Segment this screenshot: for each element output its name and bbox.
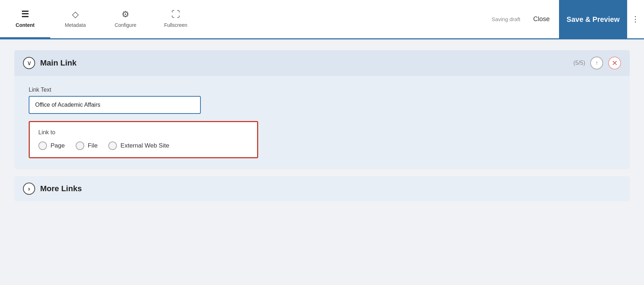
metadata-icon: ◇ bbox=[72, 9, 79, 19]
radio-page-label: Page bbox=[51, 142, 65, 149]
more-actions-button[interactable]: ⋮ bbox=[627, 12, 644, 27]
tab-fullscreen-label: Fullscreen bbox=[164, 22, 188, 28]
close-button[interactable]: Close bbox=[527, 13, 555, 26]
more-links-title: More Links bbox=[40, 184, 82, 193]
radio-group: Page File External Web Site bbox=[38, 141, 248, 150]
collapse-button[interactable]: ∨ bbox=[23, 57, 35, 69]
expand-more-links-button[interactable]: › bbox=[23, 183, 35, 195]
link-to-label: Link to bbox=[38, 129, 248, 136]
content-icon: ☰ bbox=[21, 9, 29, 19]
radio-file-circle bbox=[76, 141, 84, 150]
main-content: ∨ Main Link (5/5) ↑ ✕ Link Text bbox=[0, 39, 644, 212]
tab-configure-label: Configure bbox=[115, 22, 137, 28]
radio-external-option[interactable]: External Web Site bbox=[108, 141, 169, 150]
tab-configure[interactable]: ⚙ Configure bbox=[100, 0, 151, 38]
tab-metadata-label: Metadata bbox=[65, 22, 86, 28]
toolbar-actions: Saving draft Close bbox=[492, 0, 559, 38]
remove-icon: ✕ bbox=[612, 59, 618, 67]
saving-draft-status: Saving draft bbox=[492, 16, 520, 22]
save-preview-button[interactable]: Save & Preview bbox=[559, 0, 627, 39]
collapse-icon: ∨ bbox=[27, 59, 32, 67]
radio-external-circle bbox=[108, 141, 117, 150]
main-link-header: ∨ Main Link (5/5) ↑ ✕ bbox=[14, 50, 630, 76]
main-link-section: ∨ Main Link (5/5) ↑ ✕ Link Text bbox=[14, 50, 630, 169]
radio-page-circle bbox=[38, 141, 47, 150]
link-to-box: Link to Page File External Web Site bbox=[29, 121, 258, 158]
radio-external-label: External Web Site bbox=[120, 142, 169, 149]
tab-fullscreen[interactable]: ⛶ Fullscreen bbox=[151, 0, 201, 38]
radio-file-label: File bbox=[88, 142, 98, 149]
section-body: Link Text Link to Page File bbox=[14, 76, 630, 169]
tab-metadata[interactable]: ◇ Metadata bbox=[50, 0, 100, 38]
move-up-icon: ↑ bbox=[595, 60, 598, 66]
remove-button[interactable]: ✕ bbox=[608, 57, 621, 69]
section-count: (5/5) bbox=[573, 60, 585, 66]
configure-icon: ⚙ bbox=[122, 9, 129, 19]
radio-page-option[interactable]: Page bbox=[38, 141, 65, 150]
main-link-title: Main Link bbox=[40, 58, 76, 68]
toolbar-tabs: ☰ Content ◇ Metadata ⚙ Configure ⛶ Fulls… bbox=[0, 0, 201, 38]
link-text-field-group: Link Text bbox=[29, 87, 615, 114]
link-text-input[interactable] bbox=[29, 96, 201, 114]
fullscreen-icon: ⛶ bbox=[171, 9, 180, 19]
link-text-label: Link Text bbox=[29, 87, 615, 93]
toolbar: ☰ Content ◇ Metadata ⚙ Configure ⛶ Fulls… bbox=[0, 0, 644, 39]
section-header-right: (5/5) ↑ ✕ bbox=[573, 57, 621, 69]
section-header-left: ∨ Main Link bbox=[23, 57, 568, 69]
radio-file-option[interactable]: File bbox=[76, 141, 98, 150]
expand-icon: › bbox=[28, 185, 30, 193]
tab-content[interactable]: ☰ Content bbox=[0, 0, 50, 38]
move-up-button[interactable]: ↑ bbox=[590, 57, 603, 69]
more-links-header: › More Links bbox=[14, 176, 630, 201]
more-links-section: › More Links bbox=[14, 176, 630, 201]
tab-content-label: Content bbox=[16, 22, 35, 28]
